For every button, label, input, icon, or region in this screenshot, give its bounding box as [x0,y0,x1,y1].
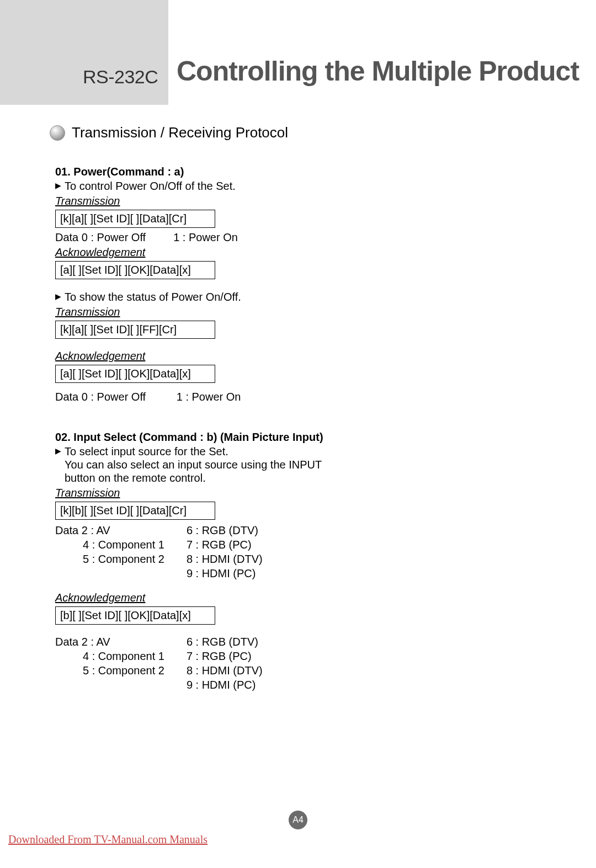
cmd02-c1l2: 4 : Component 1 [55,537,164,552]
cmd02-desc2: You can also select an input source usin… [65,458,322,471]
cmd01-desc-row2: ▶ To show the status of Power On/Off. [55,290,508,303]
cmd02-title: 02. Input Select (Command : b) (Main Pic… [55,431,508,444]
section-title: Transmission / Receiving Protocol [72,124,288,141]
cmd02b-c1l3: 5 : Component 2 [55,663,164,678]
cmd02b-c2l1: 6 : RGB (DTV) [187,635,263,649]
header-title: Controlling the Multiple Product [177,55,579,87]
cmd02-ack-code: [b][ ][Set ID][ ][OK][Data][x] [55,606,215,625]
cmd02b-c1l1: Data 2 : AV [55,635,164,649]
cmd02-data-cols1: Data 2 : AV 4 : Component 1 5 : Componen… [55,523,508,581]
cmd01-title: 01. Power(Command : a) [55,166,508,178]
footer-link[interactable]: Downloaded From TV-Manual.com Manuals [8,833,207,846]
header-label: RS-232C [83,66,158,88]
cmd02-c2l3: 8 : HDMI (DTV) [187,552,263,566]
cmd01-data-line2: Data 0 : Power Off 1 : Power On [55,391,508,403]
cmd01-trans-label2: Transmission [55,306,508,318]
header-band [0,0,168,105]
cmd02-trans-code: [k][b][ ][Set ID][ ][Data][Cr] [55,502,215,520]
cmd02-c2l4: 9 : HDMI (PC) [187,566,263,581]
triangle-icon: ▶ [55,179,61,191]
cmd01-ack-code1: [a][ ][Set ID][ ][OK][Data][x] [55,261,215,279]
triangle-icon: ▶ [55,445,61,457]
content-area: 01. Power(Command : a) ▶ To control Powe… [55,166,508,692]
cmd02-desc3: button on the remote control. [65,471,322,484]
section-header: Transmission / Receiving Protocol [50,124,288,141]
cmd02-trans-label: Transmission [55,487,508,499]
triangle-icon: ▶ [55,290,61,302]
page-number-badge: A4 [289,811,307,829]
cmd02-c1l3: 5 : Component 2 [55,552,164,566]
cmd02-c1l1: Data 2 : AV [55,523,164,537]
cmd01-trans-label: Transmission [55,195,508,207]
cmd02-desc1: To select input source for the Set. [65,445,322,458]
cmd02-desc-row: ▶ To select input source for the Set. Yo… [55,445,508,484]
cmd02-ack-label: Acknowledgement [55,592,508,604]
cmd01-ack-label1: Acknowledgement [55,246,508,259]
bullet-circle-icon [50,125,65,141]
cmd02b-c2l3: 8 : HDMI (DTV) [187,663,263,678]
cmd01-desc1: To control Power On/Off of the Set. [65,179,236,193]
cmd01-desc2: To show the status of Power On/Off. [65,290,241,303]
cmd01-desc-row: ▶ To control Power On/Off of the Set. [55,179,508,193]
cmd02b-c1l2: 4 : Component 1 [55,649,164,663]
cmd01-ack-label2: Acknowledgement [55,350,508,363]
cmd01-data-line1: Data 0 : Power Off 1 : Power On [55,231,508,244]
cmd01-trans-code2: [k][a][ ][Set ID][ ][FF][Cr] [55,321,215,339]
cmd01-trans-code1: [k][a][ ][Set ID][ ][Data][Cr] [55,210,215,228]
cmd02b-c2l2: 7 : RGB (PC) [187,649,263,663]
cmd02b-c2l4: 9 : HDMI (PC) [187,678,263,692]
cmd02-data-cols2: Data 2 : AV 4 : Component 1 5 : Componen… [55,635,508,692]
cmd01-ack-code2: [a][ ][Set ID][ ][OK][Data][x] [55,365,215,383]
cmd02-c2l1: 6 : RGB (DTV) [187,523,263,537]
cmd02-c2l2: 7 : RGB (PC) [187,537,263,552]
